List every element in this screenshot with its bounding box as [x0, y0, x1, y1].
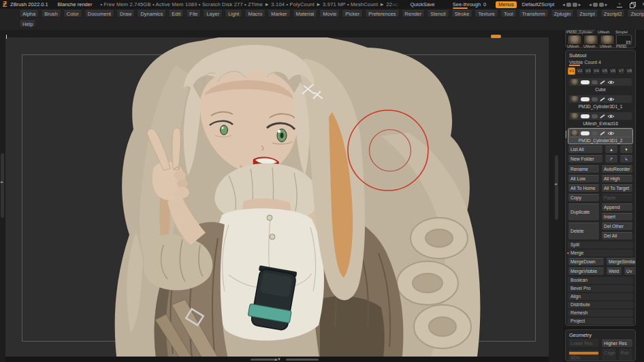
del-all-button[interactable]: Del All — [601, 232, 633, 240]
sculpt-canvas[interactable] — [5, 37, 549, 357]
tray-divider-handle[interactable] — [491, 35, 501, 38]
menu-item[interactable]: Transform — [519, 10, 549, 18]
history-prev-icon[interactable]: ◂ — [589, 2, 592, 7]
section-bevel-pro[interactable]: Bevel Pro — [568, 285, 633, 292]
default-zscript-button[interactable]: DefaultZScript — [522, 1, 555, 7]
merge-visible-button[interactable]: MergeVisible — [568, 267, 605, 276]
doc-nav-prev-icon[interactable] — [566, 3, 571, 7]
menu-item[interactable]: Light — [225, 10, 242, 18]
section-distribute[interactable]: Distribute — [568, 301, 633, 308]
section-remesh[interactable]: Remesh — [568, 310, 633, 316]
autoreorder-button[interactable]: AutoReorder — [601, 165, 633, 174]
tool-thumbnail[interactable] — [583, 35, 598, 45]
section-project[interactable]: Project — [568, 318, 633, 325]
quicksave-button[interactable]: QuickSave — [410, 1, 435, 7]
subtool-item[interactable]: PM3D_Cylinder3D1_1 — [568, 94, 633, 110]
subtool-item[interactable]: Cube — [568, 77, 633, 93]
doc-nav-next-icon[interactable] — [573, 3, 577, 7]
menu-item[interactable]: Picker — [342, 10, 363, 18]
history-next-icon[interactable]: ▸ — [605, 2, 608, 7]
uv-toggle[interactable] — [592, 114, 598, 118]
folder-in-icon[interactable]: ↱ — [605, 155, 618, 163]
visibility-eye-icon[interactable] — [607, 80, 615, 85]
section-merge[interactable]: •Merge — [568, 250, 633, 257]
rename-button[interactable]: Rename — [568, 165, 600, 174]
folder-out-icon[interactable]: ↳ — [619, 155, 633, 163]
higher-res-button[interactable]: Higher Res — [601, 340, 633, 348]
menus-button[interactable]: Menus — [496, 1, 517, 8]
uv-toggle[interactable] — [592, 80, 598, 84]
restore-icon[interactable] — [630, 2, 634, 7]
section-boolean[interactable]: Boolean — [568, 277, 633, 284]
menu-item[interactable]: Color — [63, 10, 82, 18]
version-tab[interactable]: V5 — [601, 67, 609, 75]
right-tray-divider[interactable]: ◂▸ — [555, 155, 558, 220]
new-folder-button[interactable]: New Folder — [568, 155, 603, 163]
menu-item[interactable]: Movie — [319, 10, 340, 18]
menu-item[interactable]: Texture — [474, 10, 498, 18]
menu-item[interactable]: Stencil — [427, 10, 449, 18]
menu-item[interactable]: Zscript — [576, 10, 598, 18]
menu-item[interactable]: Macro — [244, 10, 265, 18]
version-tab[interactable]: V7 — [617, 67, 625, 75]
polypaint-toggle[interactable] — [581, 97, 590, 101]
tool-thumbnail[interactable] — [567, 35, 582, 45]
tray-open-arrows-icon[interactable]: ▲▼ — [274, 357, 280, 362]
menu-item[interactable]: Document — [84, 10, 114, 18]
sdiv-slider[interactable]: SDiv — [568, 349, 600, 361]
left-tray-arrows-icon[interactable]: ◂▸ — [0, 180, 3, 184]
menu-item[interactable]: Brush — [41, 10, 61, 18]
menu-item[interactable]: Stroke — [451, 10, 473, 18]
list-all-button[interactable]: List All — [568, 146, 603, 154]
menu-item[interactable]: Marker — [268, 10, 290, 18]
version-tab[interactable]: V2 — [576, 67, 583, 75]
move-up-button[interactable]: ▲ — [605, 146, 618, 154]
lower-res-button[interactable]: Lower Res — [568, 340, 600, 348]
visibility-eye-icon[interactable] — [607, 114, 615, 119]
move-down-button[interactable]: ▼ — [619, 146, 633, 154]
subtool-item[interactable]: UMesh_Extract16 — [568, 111, 633, 127]
visibility-eye-icon[interactable] — [607, 131, 615, 136]
menu-item-help[interactable]: Help — [19, 20, 36, 28]
polypaint-toggle[interactable] — [581, 80, 590, 84]
all-to-target-button[interactable]: All To Target — [601, 184, 633, 193]
tool-thumbnail-polymesh[interactable]: 23 — [616, 35, 632, 45]
polypaint-toggle[interactable] — [581, 131, 590, 135]
copy-button[interactable]: Copy — [568, 194, 600, 202]
menu-item[interactable]: Draw — [116, 10, 135, 18]
left-tray-divider[interactable]: ◂▸ — [1, 153, 4, 218]
history-next-icon[interactable] — [599, 3, 604, 7]
section-align[interactable]: Align — [568, 293, 633, 300]
geometry-panel-title[interactable]: Geometry — [568, 331, 633, 340]
polypaint-toggle[interactable] — [581, 114, 590, 118]
menu-item[interactable]: Layer — [203, 10, 223, 18]
all-high-button[interactable]: All High — [601, 175, 633, 183]
uv-toggle[interactable] — [592, 131, 598, 135]
version-tab[interactable]: V4 — [592, 67, 600, 75]
insert-button[interactable]: Insert — [601, 213, 633, 221]
visibility-eye-icon[interactable] — [607, 97, 615, 102]
menu-item[interactable]: Preferences — [365, 10, 399, 18]
section-split[interactable]: Split — [568, 242, 633, 248]
history-prev-icon[interactable] — [593, 3, 598, 7]
menu-item[interactable]: Dynamics — [137, 10, 166, 18]
all-low-button[interactable]: All Low — [568, 175, 600, 183]
menu-item[interactable]: Edit — [168, 10, 184, 18]
uv-toggle[interactable] — [592, 97, 598, 101]
delete-button[interactable]: Delete — [568, 223, 600, 240]
paste-button[interactable]: Paste — [601, 194, 633, 202]
doc-nav-prev-icon[interactable]: ◂ — [562, 2, 565, 7]
doc-nav-next-icon[interactable]: ▸ — [579, 2, 581, 7]
duplicate-button[interactable]: Duplicate — [568, 203, 600, 221]
menu-item[interactable]: Material — [293, 10, 318, 18]
menu-item[interactable]: Render — [402, 10, 425, 18]
version-tab[interactable]: V1 — [568, 67, 575, 75]
uv-button[interactable]: Uv — [624, 267, 636, 276]
all-to-home-button[interactable]: All To Home — [568, 184, 600, 193]
cage-button[interactable]: Cage — [601, 349, 617, 361]
weld-button[interactable]: Weld — [606, 267, 622, 276]
subtool-panel-title[interactable]: Subtool — [568, 52, 633, 60]
version-tab[interactable]: V3 — [584, 67, 592, 75]
minimize-icon[interactable]: ˅ — [617, 2, 622, 7]
merge-similar-button[interactable]: MergeSimilar — [606, 258, 636, 266]
